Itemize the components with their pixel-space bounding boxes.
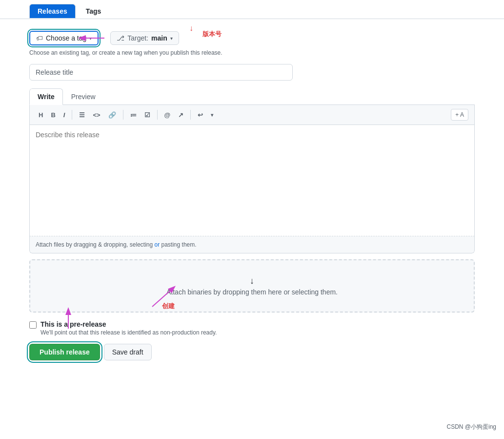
top-nav-tabs: Releases Tags: [0, 0, 504, 19]
magenta-arrow: [78, 31, 107, 45]
main-content: 🏷 Choose a tag ▾ ⎇: [0, 19, 504, 372]
tag-hint-text: Choose an existing tag, or create a new …: [29, 49, 475, 56]
tag-target-section: 🏷 Choose a tag ▾ ⎇: [29, 31, 475, 45]
release-title-input[interactable]: [29, 64, 293, 81]
target-label: Target:: [127, 34, 148, 42]
toolbar-undo-dropdown-btn[interactable]: ▾: [208, 110, 216, 120]
save-draft-button[interactable]: Save draft: [104, 344, 152, 360]
target-branch-name: main: [151, 34, 167, 42]
target-button[interactable]: ⎇ Target: main ▾: [110, 31, 179, 45]
toolbar-italic-btn[interactable]: I: [60, 109, 68, 121]
action-buttons-row: Publish release Save draft: [29, 344, 475, 360]
attach-down-arrow-icon: ↓: [38, 276, 466, 286]
banhao-arrow: ↓: [189, 24, 193, 33]
toolbar-tasklist-btn[interactable]: ☑: [141, 109, 153, 121]
publish-release-button[interactable]: Publish release: [29, 344, 100, 360]
editor-toolbar: H B I ☰ <> 🔗 ≔ ☑ @ ↗ ↩ ▾ + A: [29, 105, 475, 125]
target-chevron-icon: ▾: [170, 36, 173, 41]
toolbar-bold-btn[interactable]: B: [48, 109, 58, 121]
pre-release-checkbox[interactable]: [29, 321, 37, 329]
publish-button-wrapper: Publish release: [29, 344, 100, 360]
toolbar-list-ordered-btn[interactable]: ≔: [127, 109, 140, 121]
release-description-textarea[interactable]: [36, 131, 468, 229]
attach-binaries-area[interactable]: ↓ Attach binaries by dropping them here …: [29, 259, 475, 313]
csdn-watermark: CSDN @小狗蛋ing: [446, 423, 496, 431]
attach-files-text-1: Attach files by dragging & dropping, sel…: [36, 241, 153, 248]
toolbar-right: + A: [451, 109, 468, 121]
toolbar-separator-2: [123, 110, 123, 120]
attach-binaries-text: Attach binaries by dropping them here or…: [166, 288, 338, 296]
toolbar-separator-3: [157, 110, 158, 120]
chuangjian-arrow: [147, 282, 186, 312]
branch-icon: ⎇: [117, 34, 124, 42]
toolbar-aa-btn[interactable]: + A: [451, 109, 468, 121]
toolbar-mention-btn[interactable]: @: [161, 109, 174, 121]
tab-tags[interactable]: Tags: [78, 4, 110, 19]
tab-releases[interactable]: Releases: [29, 4, 76, 19]
toolbar-link-btn[interactable]: 🔗: [105, 109, 119, 121]
tab-write[interactable]: Write: [29, 88, 63, 105]
svg-line-1: [152, 287, 174, 307]
pre-release-section: This is a pre-release We'll point out th…: [29, 320, 475, 336]
toolbar-reference-btn[interactable]: ↗: [175, 109, 186, 121]
toolbar-list-unordered-btn[interactable]: ☰: [76, 109, 88, 121]
toolbar-heading-btn[interactable]: H: [36, 109, 46, 121]
publish-arrow: [54, 307, 83, 331]
toolbar-separator-4: [190, 110, 191, 120]
toolbar-undo-btn[interactable]: ↩: [195, 109, 206, 121]
editor-tabs: Write Preview: [29, 88, 475, 105]
editor-wrapper: Write Preview H B I ☰ <> 🔗 ≔ ☑ @ ↗ ↩ ▾ +…: [29, 88, 475, 253]
attach-files-link[interactable]: or: [155, 241, 160, 248]
attach-files-bar: Attach files by dragging & dropping, sel…: [29, 236, 475, 253]
toolbar-code-btn[interactable]: <>: [90, 109, 103, 121]
tag-icon: 🏷: [36, 34, 43, 42]
annotation-banhao: 版本号: [202, 30, 222, 39]
toolbar-separator-1: [72, 110, 72, 120]
attach-files-text-2: pasting them.: [161, 241, 197, 248]
tag-target-row: 🏷 Choose a tag ▾ ⎇: [29, 31, 475, 45]
tab-preview[interactable]: Preview: [63, 88, 104, 105]
editor-area: [29, 125, 475, 236]
